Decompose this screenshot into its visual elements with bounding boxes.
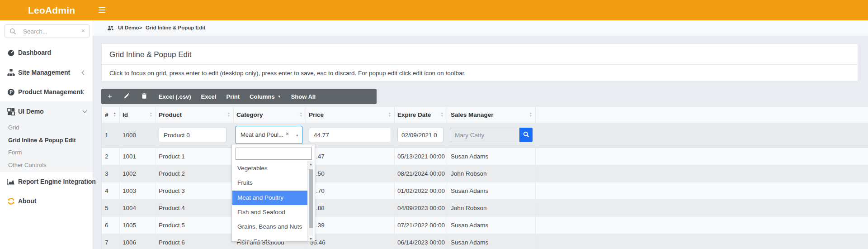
sitemap-icon: [7, 69, 15, 77]
dropdown-option-meat-and-poultry[interactable]: Meat and Poultry: [232, 191, 308, 205]
scroll-up-icon[interactable]: ▲: [308, 161, 314, 168]
table-row[interactable]: 3 1002 Product 2 .50 08/21/2024 00:00 Jo…: [101, 165, 868, 182]
export-excel-csv-button[interactable]: Excel (.csv): [159, 93, 191, 100]
category-combobox[interactable]: Meat and Poul... × ▲: [236, 126, 302, 144]
sidebar-subitem-grid[interactable]: Grid: [0, 122, 93, 134]
search-clear-icon[interactable]: ×: [81, 27, 85, 34]
app-brand: LeoAdmin: [28, 0, 75, 20]
sidebar: × Dashboard Site Management P Product Ma…: [0, 20, 93, 249]
table-row[interactable]: 6 1005 Product 5 .39 07/21/2022 00:00 Su…: [101, 217, 868, 234]
dropdown-filter-input[interactable]: [236, 148, 312, 160]
price-edit-input[interactable]: [309, 128, 391, 142]
scrollbar-thumb[interactable]: [309, 169, 313, 228]
breadcrumb-page: Grid Inline & Popup Edit: [146, 25, 205, 30]
users-group-icon: [107, 25, 114, 33]
grid-toolbar: + Excel (.csv) Excel Print Columns ▼ Sho…: [101, 89, 377, 104]
sort-icons[interactable]: ▲▼: [529, 112, 532, 117]
column-header-category[interactable]: Category ▲▼: [234, 107, 306, 123]
grid-edit-row: 1 1000 Meat and Poul... × ▲: [101, 123, 868, 148]
dropdown-scrollbar[interactable]: ▲ ▼: [307, 161, 313, 242]
scroll-down-icon[interactable]: ▼: [308, 236, 314, 242]
pencil-icon: [124, 92, 130, 101]
dropdown-option-dairy-foods[interactable]: Dairy Foods: [232, 235, 308, 242]
area-chart-icon: [7, 178, 15, 186]
expire-date-edit-input[interactable]: [397, 128, 443, 142]
sales-manager-edit-input[interactable]: [450, 128, 519, 142]
column-header-num[interactable]: # ▲▼: [102, 107, 120, 123]
dropdown-option-fruits[interactable]: Fruits: [232, 176, 308, 190]
edit-row-number: 1: [105, 132, 108, 139]
sidebar-item-product-management[interactable]: P Product Management: [0, 86, 93, 99]
print-button[interactable]: Print: [226, 93, 240, 100]
combo-caret-up-icon[interactable]: ▲: [296, 133, 299, 137]
edit-row-button[interactable]: [124, 92, 130, 101]
sort-icons[interactable]: ▲▼: [113, 112, 116, 117]
sidebar-item-report-engine-integration[interactable]: Report Engine Integration: [0, 175, 93, 189]
category-selected-tag: Meat and Poul...: [241, 131, 283, 138]
sort-icons[interactable]: ▲▼: [227, 112, 230, 117]
content-panel: Grid Inline & Popup Edit Click to focus …: [101, 43, 858, 81]
grid-header-row: # ▲▼ Id ▲▼ Product ▲▼ Category ▲▼ Price …: [101, 107, 868, 123]
column-header-price[interactable]: Price ▲▼: [306, 107, 395, 123]
product-edit-input[interactable]: [159, 128, 226, 142]
column-header-expire-date[interactable]: Expire Date ▲▼: [395, 107, 447, 123]
column-header-sales-manager[interactable]: Sales Manager ▲▼: [447, 107, 536, 123]
search-icon: [9, 28, 16, 37]
caret-down-icon: ▼: [278, 95, 281, 99]
sidebar-subitem-other-controls[interactable]: Other Controls: [0, 159, 93, 172]
chevron-left-icon: [82, 71, 86, 75]
column-header-filler: [536, 107, 868, 123]
dropdown-option-grains-beans-nuts[interactable]: Grains, Beans and Nuts: [232, 220, 308, 234]
breadcrumb-section[interactable]: UI Demo>: [118, 25, 142, 30]
sort-icons[interactable]: ▲▼: [388, 112, 391, 117]
show-all-button[interactable]: Show All: [291, 93, 316, 100]
dropdown-option-vegetables[interactable]: Vegetables: [232, 161, 308, 176]
sidebar-item-site-management[interactable]: Site Management: [0, 66, 93, 80]
sidebar-subitem-grid-inline-popup-edit[interactable]: Grid Inline & Popup Edit: [0, 134, 93, 147]
ui-grid-icon: [7, 108, 15, 115]
category-dropdown-popup: Vegetables Fruits Meat and Poultry Fish …: [231, 144, 315, 242]
trash-icon: [142, 92, 147, 101]
sort-icons[interactable]: ▲▼: [441, 112, 443, 117]
svg-text:P: P: [9, 90, 13, 95]
sidebar-subitem-form[interactable]: Form: [0, 147, 93, 159]
columns-dropdown-button[interactable]: Columns ▼: [250, 93, 281, 100]
sync-arrows-icon: [7, 197, 15, 205]
sort-icons[interactable]: ▲▼: [300, 112, 302, 117]
page-title: Grid Inline & Popup Edit: [109, 44, 191, 64]
table-row[interactable]: 4 1003 Product 3 .70 01/02/2022 00:00 Su…: [101, 182, 868, 200]
export-excel-button[interactable]: Excel: [201, 93, 216, 100]
table-row[interactable]: 5 1004 Product 4 .88 04/09/2023 00:00 Jo…: [101, 200, 868, 217]
sidebar-item-ui-demo[interactable]: UI Demo: [0, 105, 93, 119]
delete-row-button[interactable]: [142, 92, 147, 101]
dropdown-option-fish-and-seafood[interactable]: Fish and Seafood: [232, 205, 308, 220]
chevron-down-icon: [83, 109, 87, 113]
top-bar: LeoAdmin: [0, 0, 868, 20]
tag-remove-icon[interactable]: ×: [286, 131, 289, 137]
sales-manager-search-button[interactable]: [519, 128, 533, 142]
table-row[interactable]: 2 1001 Product 1 .47 05/13/2021 00:00 Su…: [101, 148, 868, 165]
sort-icons[interactable]: ▲▼: [150, 112, 152, 117]
dashboard-gauge-icon: [7, 49, 15, 57]
column-header-product[interactable]: Product ▲▼: [156, 107, 234, 123]
search-input[interactable]: [23, 25, 77, 37]
table-row[interactable]: 7 1006 Product 6 Fish and Seafood 55.46 …: [101, 234, 868, 249]
add-row-button[interactable]: +: [108, 93, 112, 100]
edit-row-id: 1000: [123, 132, 136, 139]
breadcrumb-bar: UI Demo> Grid Inline & Popup Edit: [93, 20, 868, 36]
sidebar-item-about[interactable]: About: [0, 195, 93, 208]
page-description: Click to focus on grid, press enter to e…: [109, 65, 466, 81]
search-icon: [523, 131, 529, 139]
hamburger-menu-icon[interactable]: [99, 7, 105, 13]
sidebar-item-dashboard[interactable]: Dashboard: [0, 46, 93, 60]
product-circle-icon: P: [7, 88, 15, 96]
column-header-id[interactable]: Id ▲▼: [120, 107, 156, 123]
sidebar-search: ×: [5, 24, 90, 38]
